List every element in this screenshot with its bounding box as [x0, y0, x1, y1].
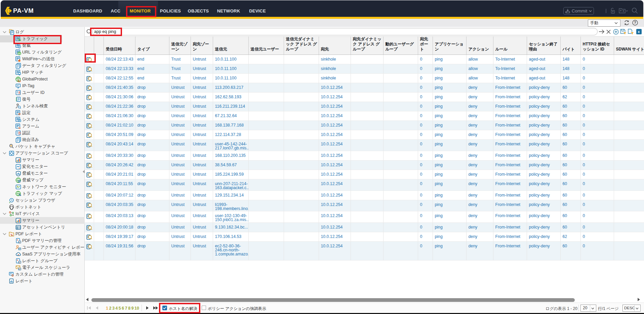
svg-text:A: A	[17, 239, 18, 241]
svg-text:A: A	[17, 259, 18, 261]
svg-text:A: A	[11, 234, 12, 236]
svg-text:?: ?	[634, 21, 636, 25]
